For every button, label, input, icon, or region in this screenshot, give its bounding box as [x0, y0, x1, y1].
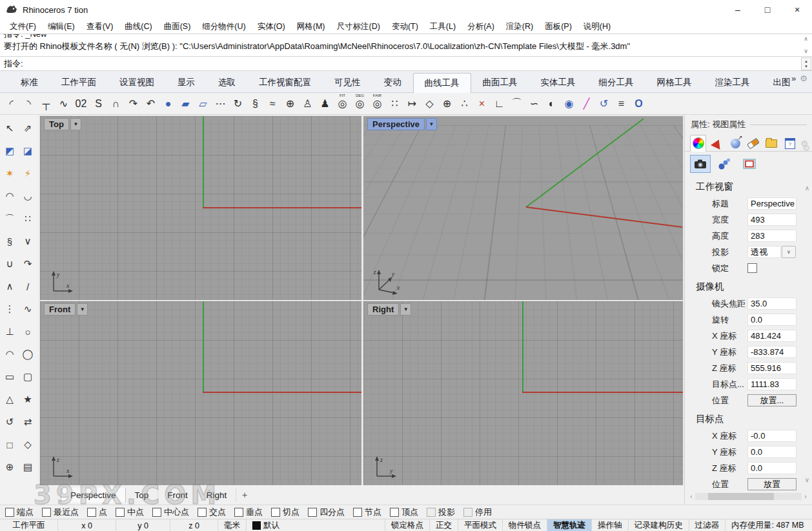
blend-curves-icon[interactable]: ◝	[20, 95, 37, 112]
tab-help[interactable]: ?	[782, 135, 797, 151]
osnap-toggle[interactable]: 中心点	[152, 506, 189, 518]
menu-item[interactable]: 网格(M)	[291, 20, 331, 34]
menu-item[interactable]: 说明(H)	[578, 20, 616, 34]
viewport-front[interactable]: Front ▼ z x	[40, 301, 361, 485]
menu-item[interactable]: 实体(O)	[252, 20, 291, 34]
orient-on-curve-icon[interactable]: ↻	[229, 95, 247, 112]
ribbon-tab[interactable]: 工作平面	[50, 72, 108, 92]
osnap-toggle[interactable]: 投影	[427, 506, 455, 518]
minimize-button[interactable]: –	[723, 0, 753, 19]
loop-icon[interactable]: ↺	[1, 414, 18, 430]
arc-segment-icon[interactable]: ⌒	[508, 95, 525, 112]
circle-boolean-icon[interactable]: ◐	[543, 95, 560, 112]
camera-button[interactable]	[690, 155, 711, 173]
delete-point-icon[interactable]: ×	[473, 95, 491, 112]
viewport-perspective-label[interactable]: Perspective ▼	[367, 118, 437, 130]
osnap-toggle[interactable]: 停用	[463, 506, 492, 518]
explode-icon[interactable]: ✶	[1, 165, 18, 182]
osnap-toggle[interactable]: 交点	[198, 506, 226, 518]
ribbon-tab[interactable]: 工作视窗配置	[247, 72, 323, 92]
panel-scroll-up-icon[interactable]: ∧	[805, 185, 809, 192]
statusbar-pane[interactable]: 平面模式	[458, 519, 503, 531]
undo-curve-icon[interactable]: ↶	[142, 95, 159, 112]
osnap-toggle[interactable]: 中点	[116, 506, 144, 518]
wave-curve-icon[interactable]: ∽	[525, 95, 543, 112]
spinner-down-icon[interactable]: ▼	[804, 64, 808, 69]
statusbar-pane[interactable]: z 0	[170, 519, 218, 531]
viewport-tab[interactable]: Front	[158, 488, 198, 503]
command-input-spinner[interactable]: ▲ ▼	[801, 57, 811, 70]
points-on-curve-icon[interactable]: ∴	[456, 95, 473, 112]
new-viewport-button[interactable]: +	[242, 490, 247, 500]
menu-item[interactable]: 分析(A)	[462, 20, 500, 34]
rectangle-icon[interactable]: ▭	[1, 368, 18, 385]
menu-item[interactable]: 工具(L)	[424, 20, 462, 34]
loop-o-icon[interactable]: O	[630, 95, 647, 112]
menu-item[interactable]: 曲线(C)	[119, 20, 157, 34]
property-value-field[interactable]: 0.0	[747, 462, 797, 474]
twist-icon[interactable]: ↺	[595, 95, 613, 112]
match-list-icon[interactable]: ≡	[613, 95, 630, 112]
tab-properties[interactable]	[690, 135, 706, 152]
curl-curve-icon[interactable]: §	[247, 95, 264, 112]
history-worker-icon[interactable]: ♙	[299, 95, 316, 112]
viewport-frame-button[interactable]	[739, 155, 760, 173]
command-history-scrollbar[interactable]: ∧ ∨	[800, 34, 811, 56]
property-value-field[interactable]: 35.0	[747, 297, 797, 310]
statusbar-pane[interactable]: y 0	[116, 519, 170, 531]
ribbon-tab[interactable]: 设置视图	[108, 72, 166, 92]
ribbon-tab[interactable]: 显示	[166, 72, 207, 92]
close-button[interactable]: ×	[782, 0, 812, 19]
extend-curve-icon[interactable]: ┬	[37, 95, 55, 112]
property-value-field[interactable]: -833.874	[747, 346, 797, 358]
viewport-menu-arrow-icon[interactable]: ▼	[400, 303, 411, 316]
menu-item[interactable]: 查看(V)	[81, 20, 119, 34]
osnap-toggle[interactable]: 最近点	[42, 506, 79, 518]
arc-icon[interactable]: ◠	[1, 346, 18, 363]
fit-curve-icon[interactable]: FIT◎	[334, 95, 351, 112]
viewport-menu-arrow-icon[interactable]: ▼	[70, 118, 81, 130]
statusbar-pane[interactable]: 内存使用量: 487 MB	[726, 519, 812, 531]
statusbar-pane[interactable]: 过滤器	[689, 519, 726, 531]
line-segment-icon[interactable]: /	[19, 278, 36, 295]
curve-two-views-icon[interactable]: ∩	[107, 95, 125, 112]
scroll-down-icon[interactable]: ∨	[804, 47, 808, 55]
closed-polygon-icon[interactable]: ◇	[421, 95, 438, 112]
viewport-front-label[interactable]: Front ▼	[44, 303, 88, 316]
checkbox-icon[interactable]	[747, 263, 757, 273]
mirror-icon[interactable]: ⇄	[19, 414, 36, 430]
property-value-field[interactable]: -0.0	[747, 430, 797, 442]
tab-material[interactable]	[709, 135, 724, 151]
menu-item[interactable]: 尺寸标注(D)	[331, 20, 386, 34]
tab-files[interactable]	[764, 135, 779, 151]
insert-knot-icon[interactable]: ↦	[403, 95, 421, 112]
polyline-icon[interactable]: ∧	[1, 278, 18, 295]
ribbon-tab[interactable]: 曲面工具	[471, 72, 529, 92]
control-points-off-icon[interactable]: ◡	[19, 188, 36, 205]
viewport-tab[interactable]: Right	[198, 488, 237, 503]
hide-flag-icon[interactable]: ◪	[19, 143, 36, 159]
menu-item[interactable]: 变动(T)	[386, 20, 424, 34]
viewport-perspective[interactable]: Perspective ▼ z y x	[363, 116, 683, 300]
ribbon-tab[interactable]: 实体工具	[529, 72, 587, 92]
viewport-menu-arrow-icon[interactable]: ▼	[426, 118, 437, 130]
ribbon-tab[interactable]: 可见性	[323, 72, 372, 92]
doc-tool-icon[interactable]: ▤	[19, 459, 36, 476]
menu-item[interactable]: 细分物件(U)	[196, 20, 251, 34]
shade-flag-icon[interactable]: ◩	[1, 143, 18, 159]
statusbar-pane[interactable]: 智慧轨迹	[547, 519, 592, 531]
menu-item[interactable]: 文件(F)	[4, 20, 42, 34]
statusbar-pane[interactable]: 记录建构历史	[629, 519, 689, 531]
offset-face-icon[interactable]: ▱	[194, 95, 212, 112]
star-icon[interactable]: ★	[19, 391, 36, 408]
adjustable-blend-icon[interactable]: ∿	[55, 95, 72, 112]
maximize-button[interactable]: □	[753, 0, 782, 19]
property-value-field[interactable]: 481.424	[747, 330, 797, 342]
point-grid-icon[interactable]: ∷	[19, 210, 36, 227]
scroll-left-icon[interactable]: ‹	[687, 493, 695, 500]
handle-curve-icon[interactable]: ↷	[19, 255, 36, 272]
rounded-rect-icon[interactable]: ▢	[19, 368, 36, 385]
ribbon-tab[interactable]: 标准	[9, 72, 50, 92]
property-value-field[interactable]: 放置...	[747, 394, 797, 406]
property-value-field[interactable]: 0.0	[747, 446, 797, 458]
